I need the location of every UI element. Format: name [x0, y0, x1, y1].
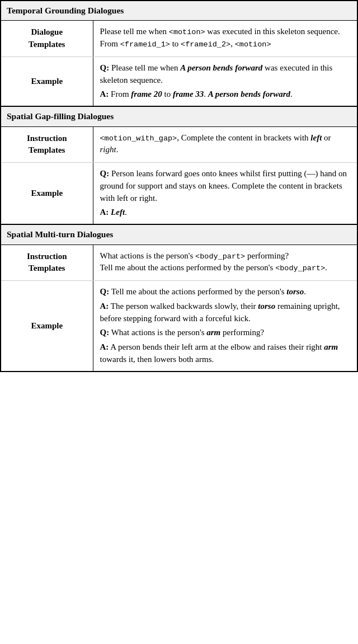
label-dialogue-templates: DialogueTemplates	[1, 21, 93, 57]
section-header-spatial-multi: Spatial Multi-turn Dialogues	[1, 224, 357, 245]
content-temporal-example: Q: Please tell me when A person bends fo…	[93, 57, 357, 106]
label-instruction-templates-multi: InstructionTemplates	[1, 245, 93, 281]
content-spatial-gap-templates: <motion_with_gap>, Complete the content …	[93, 126, 357, 163]
label-spatial-multi-example: Example	[1, 281, 93, 372]
section-header-spatial-gap: Spatial Gap-filling Dialogues	[1, 106, 357, 126]
main-table: Temporal Grounding Dialogues DialogueTem…	[0, 0, 358, 372]
section-header-temporal: Temporal Grounding Dialogues	[1, 1, 357, 21]
label-spatial-gap-example: Example	[1, 163, 93, 225]
content-spatial-multi-example: Q: Tell me about the actions performed b…	[93, 281, 357, 372]
label-instruction-templates-gap: InstructionTemplates	[1, 126, 93, 163]
content-spatial-multi-templates: What actions is the person's <body_part>…	[93, 245, 357, 281]
label-temporal-example: Example	[1, 57, 93, 106]
content-temporal-templates: Please tell me when <motion> was execute…	[93, 21, 357, 57]
content-spatial-gap-example: Q: Person leans forward goes onto knees …	[93, 163, 357, 225]
